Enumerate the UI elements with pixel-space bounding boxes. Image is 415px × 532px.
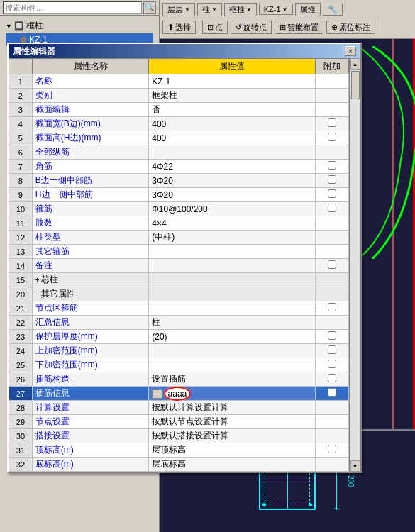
row-prop-name[interactable]: 下加密范围(mm) [32, 358, 148, 372]
row-prop-value[interactable]: KZ-1 [149, 74, 316, 89]
prop-name-link[interactable]: 插筋构造 [35, 374, 70, 384]
prop-name-link[interactable]: 肢数 [35, 218, 52, 228]
row-prop-value[interactable]: 3Φ20 [149, 188, 316, 202]
row-prop-value[interactable]: 层底标高 [149, 458, 316, 472]
ellipsis-button[interactable]: ··· [152, 389, 162, 399]
row-prop-value[interactable]: (中柱) [149, 231, 316, 245]
row-prop-value[interactable]: 3Φ20 [149, 174, 316, 188]
point-btn[interactable]: ⊡ 点 [202, 21, 228, 34]
row-prop-name[interactable]: 插筋信息 [32, 387, 148, 401]
prop-name-link[interactable]: 搭接设置 [35, 431, 70, 440]
row-prop-name[interactable]: 汇总信息 [32, 316, 148, 330]
prop-name-link[interactable]: 计算设置 [35, 402, 70, 412]
attach-checkbox[interactable] [328, 388, 336, 397]
row-prop-value[interactable] [149, 358, 316, 372]
row-prop-name[interactable]: H边一侧中部筋 [32, 188, 148, 202]
prop-name-link[interactable]: 底标高(m) [35, 459, 74, 469]
attach-checkbox[interactable] [328, 345, 336, 354]
scroll-up-arrow[interactable]: ▲ [350, 58, 360, 70]
row-prop-value[interactable]: Φ10@100/200 [149, 202, 316, 216]
row-prop-value[interactable]: (20) [149, 330, 316, 344]
row-prop-name[interactable]: 顶标高(m) [32, 443, 148, 458]
prop-name-link[interactable]: 截面高(H边)(mm) [35, 133, 101, 143]
attach-checkbox[interactable] [328, 189, 336, 198]
row-prop-value[interactable]: 按默认节点设置计算 [149, 415, 316, 429]
row-prop-name[interactable]: 肢数 [32, 216, 148, 231]
prop-name-link[interactable]: 全部纵筋 [35, 147, 70, 157]
collapse-icon[interactable]: − [35, 290, 40, 298]
attach-checkbox[interactable] [328, 303, 336, 311]
row-prop-name[interactable]: 底标高(m) [32, 458, 148, 472]
dialog-close-button[interactable]: × [345, 46, 356, 56]
rotate-btn[interactable]: ↺ 旋转点 [231, 21, 272, 34]
row-prop-value[interactable]: 按默认计算设置计算 [149, 401, 316, 415]
expand-icon[interactable]: + [35, 276, 40, 284]
search-icon[interactable]: 🔍 [143, 1, 156, 14]
prop-name-link[interactable]: 顶标高(m) [35, 445, 74, 455]
attach-checkbox[interactable] [328, 133, 336, 141]
attach-checkbox[interactable] [328, 204, 336, 212]
row-prop-name[interactable]: 保护层厚度(mm) [32, 330, 148, 344]
row-prop-name[interactable]: 节点区箍筋 [32, 301, 148, 316]
prop-name-link[interactable]: 其它箍筋 [35, 246, 70, 256]
row-prop-name[interactable]: 截面宽(B边)(mm) [32, 117, 148, 131]
prop-name-link[interactable]: 名称 [35, 76, 52, 86]
smart-btn[interactable]: ⊞ 智能布置 [275, 21, 323, 34]
prop-name-link[interactable]: 箍筋 [35, 204, 52, 214]
attach-checkbox[interactable] [328, 161, 336, 170]
attach-checkbox[interactable] [328, 331, 336, 340]
row-prop-name[interactable]: −其它属性 [32, 287, 148, 301]
row-prop-name[interactable]: 角筋 [32, 160, 148, 174]
attach-checkbox[interactable] [328, 360, 336, 368]
row-prop-name[interactable]: 其它箍筋 [32, 245, 148, 259]
search-input[interactable] [5, 4, 140, 12]
row-prop-value[interactable] [149, 344, 316, 358]
row-prop-value[interactable]: 层顶标高 [149, 443, 316, 458]
row-prop-name[interactable]: 类别 [32, 89, 148, 103]
row-prop-value[interactable] [149, 245, 316, 259]
attach-checkbox[interactable] [328, 374, 336, 382]
row-prop-name[interactable]: B边一侧中部筋 [32, 174, 148, 188]
edit-btn[interactable]: 🔧 [323, 4, 343, 16]
prop-name-link[interactable]: 截面宽(B边)(mm) [35, 118, 101, 128]
row-prop-value[interactable]: 4Φ22 [149, 160, 316, 174]
row-prop-value[interactable]: 柱 [149, 316, 316, 330]
scroll-down-arrow[interactable]: ▼ [350, 460, 360, 472]
attach-checkbox[interactable] [328, 445, 336, 453]
row-prop-name[interactable]: +芯柱 [32, 273, 148, 287]
row-prop-name[interactable]: 备注 [32, 259, 148, 273]
row-prop-name[interactable]: 箍筋 [32, 202, 148, 216]
row-prop-name[interactable]: 计算设置 [32, 401, 148, 415]
prop-name-link[interactable]: 截面编辑 [35, 104, 70, 114]
prop-name-link[interactable]: 汇总信息 [35, 317, 70, 327]
prop-name-link[interactable]: 插筋信息 [35, 388, 70, 398]
attach-checkbox[interactable] [328, 260, 336, 269]
row-prop-value[interactable]: 4×4 [149, 216, 316, 231]
prop-name-link[interactable]: B边一侧中部筋 [35, 175, 92, 185]
col-dropdown[interactable]: 柱 ▼ [197, 3, 222, 16]
row-prop-name[interactable]: 柱类型 [32, 231, 148, 245]
origin-btn[interactable]: ⊕ 原位标注 [326, 21, 375, 34]
row-prop-value[interactable] [149, 259, 316, 273]
prop-name-link[interactable]: 备注 [35, 260, 52, 270]
row-prop-value[interactable] [149, 145, 316, 160]
row-prop-value[interactable]: 框架柱 [149, 89, 316, 103]
row-prop-name[interactable]: 全部纵筋 [32, 145, 148, 160]
dialog-scrollbar[interactable]: ▲ ▼ [349, 58, 360, 472]
prop-name-link[interactable]: 柱类型 [35, 232, 61, 242]
row-prop-name[interactable]: 插筋构造 [32, 372, 148, 387]
row-prop-value[interactable]: ···aaaa [149, 387, 316, 401]
row-prop-value[interactable] [149, 273, 316, 287]
prop-name-link[interactable]: 类别 [35, 90, 52, 100]
prop-name-link[interactable]: 下加密范围(mm) [35, 360, 98, 370]
scroll-thumb[interactable] [351, 71, 360, 99]
row-prop-value[interactable]: 按默认搭接设置计算 [149, 429, 316, 443]
row-prop-value[interactable]: 设置插筋 [149, 372, 316, 387]
row-prop-name[interactable]: 搭接设置 [32, 429, 148, 443]
prop-name-link[interactable]: 角筋 [35, 161, 52, 171]
kz1-dropdown[interactable]: KZ-1 ▼ [259, 4, 293, 15]
row-prop-name[interactable]: 上加密范围(mm) [32, 344, 148, 358]
row-prop-value[interactable] [149, 301, 316, 316]
row-prop-name[interactable]: 节点设置 [32, 415, 148, 429]
prop-name-link[interactable]: H边一侧中部筋 [35, 189, 93, 199]
